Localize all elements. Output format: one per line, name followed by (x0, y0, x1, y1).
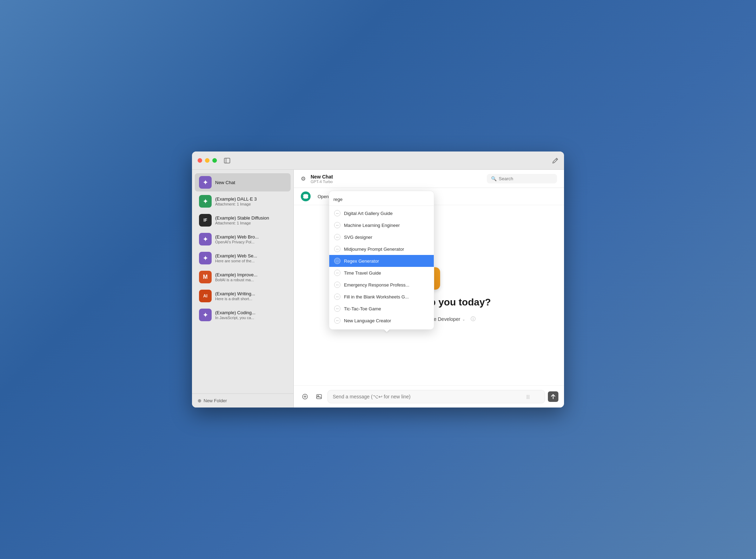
sidebar-item-stable-diffusion[interactable]: IF (Example) Stable Diffusion Attachment… (195, 211, 291, 229)
sidebar-item-text-improve: (Example) Improve... BoltAI is a robust … (215, 272, 286, 282)
app-window: ✦ New Chat ✦ (Example) DALL·E 3 Attachme… (192, 151, 564, 408)
sidebar-item-title-new-chat: New Chat (215, 180, 286, 185)
avatar-web-browse: ✦ (199, 233, 212, 245)
header-search[interactable]: 🔍 (487, 174, 557, 183)
dropdown-item-svg-designer[interactable]: ··· SVG designer (329, 231, 434, 243)
sidebar-item-subtitle-stable-diffusion: Attachment: 1 Image (215, 221, 286, 225)
item-icon-svg-designer: ··· (334, 234, 340, 240)
chat-content: ⚡ How can I help you today? Assistant: 👷… (294, 205, 564, 385)
item-icon-ml-engineer: ··· (334, 222, 340, 228)
sidebar-item-title-web-se: (Example) Web Se... (215, 253, 286, 258)
sidebar-item-text-dalle3: (Example) DALL·E 3 Attachment: 1 Image (215, 196, 286, 206)
avatar-writing: AI (199, 290, 212, 302)
avatar-stable-diffusion: IF (199, 214, 212, 227)
avatar-web-se: ✦ (199, 252, 212, 264)
sidebar: ✦ New Chat ✦ (Example) DALL·E 3 Attachme… (192, 170, 294, 408)
dropdown-item-label-digital-art: Digital Art Gallery Guide (344, 211, 393, 216)
dropdown-item-label-ml-engineer: Machine Learning Engineer (344, 223, 400, 228)
titlebar (192, 151, 564, 170)
info-icon[interactable]: ⓘ (471, 316, 476, 322)
sidebar-item-writing[interactable]: AI (Example) Writing... Here is a draft … (195, 287, 291, 305)
voice-waveform-icon: ||| (526, 394, 530, 399)
sidebar-item-text-new-chat: New Chat (215, 180, 286, 185)
sidebar-item-subtitle-web-browse: OpenAI's Privacy Pol... (215, 240, 286, 244)
dropdown-popup: ··· Digital Art Gallery Guide ··· Machin… (329, 191, 434, 330)
dropdown-item-new-language[interactable]: ··· New Language Creator (329, 315, 434, 326)
dropdown-item-tic-tac-toe[interactable]: ··· Tic-Tac-Toe Game (329, 303, 434, 315)
sidebar-item-subtitle-writing: Here is a draft short... (215, 297, 286, 301)
dropdown-item-label-tic-tac-toe: Tic-Tac-Toe Game (344, 306, 381, 311)
dropdown-item-time-travel[interactable]: ··· Time Travel Guide (329, 267, 434, 279)
minimize-button[interactable] (205, 158, 210, 163)
dropdown-item-ml-engineer[interactable]: ··· Machine Learning Engineer (329, 219, 434, 231)
sidebar-item-subtitle-coding: In JavaScript, you ca... (215, 316, 286, 320)
maximize-button[interactable] (212, 158, 217, 163)
dropdown-item-regex-generator[interactable]: ··· Regex Generator (329, 255, 434, 267)
sidebar-toggle-icon[interactable] (224, 157, 230, 164)
dropdown-search-row (329, 194, 434, 206)
dropdown-item-label-regex-generator: Regex Generator (344, 258, 379, 264)
sidebar-item-dalle3[interactable]: ✦ (Example) DALL·E 3 Attachment: 1 Image (195, 192, 291, 210)
sidebar-item-text-stable-diffusion: (Example) Stable Diffusion Attachment: 1… (215, 215, 286, 225)
avatar-new-chat: ✦ (199, 176, 212, 189)
chat-input-bar: ||| (294, 385, 564, 408)
sidebar-item-text-web-se: (Example) Web Se... Here are some of the… (215, 253, 286, 263)
item-icon-emergency-response: ··· (334, 282, 340, 288)
avatar-coding: ✦ (199, 309, 212, 321)
search-input[interactable] (499, 176, 553, 181)
dropdown-item-digital-art[interactable]: ··· Digital Art Gallery Guide (329, 207, 434, 219)
search-icon: 🔍 (491, 176, 497, 181)
chat-header: ⚙ New Chat GPT-4 Turbo 🔍 (294, 170, 564, 188)
item-icon-midjourney: ··· (334, 246, 340, 252)
message-input[interactable] (327, 390, 545, 403)
add-attachment-button[interactable] (299, 391, 311, 402)
send-button[interactable] (548, 391, 558, 402)
dropdown-item-emergency-response[interactable]: ··· Emergency Response Profess... (329, 279, 434, 291)
titlebar-right (552, 157, 558, 164)
dropdown-overlay: ··· Digital Art Gallery Guide ··· Machin… (329, 191, 434, 332)
sidebar-item-new-chat[interactable]: ✦ New Chat (195, 173, 291, 191)
sidebar-item-web-browse[interactable]: ✦ (Example) Web Bro... OpenAI's Privacy … (195, 230, 291, 248)
sidebar-item-improve[interactable]: M (Example) Improve... BoltAI is a robus… (195, 268, 291, 286)
sidebar-item-web-se[interactable]: ✦ (Example) Web Se... Here are some of t… (195, 249, 291, 267)
titlebar-icons (224, 157, 230, 164)
dropdown-item-label-emergency-response: Emergency Response Profess... (344, 282, 409, 288)
dropdown-item-midjourney[interactable]: ··· Midjourney Prompt Generator (329, 243, 434, 255)
sidebar-footer: ⊕ New Folder (192, 393, 293, 408)
plus-circle-icon: ⊕ (198, 398, 201, 403)
sidebar-item-coding[interactable]: ✦ (Example) Coding... In JavaScript, you… (195, 306, 291, 324)
sidebar-item-text-writing: (Example) Writing... Here is a draft sho… (215, 291, 286, 301)
close-button[interactable] (198, 158, 202, 163)
sidebar-item-title-coding: (Example) Coding... (215, 310, 286, 315)
dropdown-item-label-midjourney: Midjourney Prompt Generator (344, 247, 404, 252)
svg-rect-0 (224, 158, 230, 163)
sidebar-item-subtitle-dalle3: Attachment: 1 Image (215, 202, 286, 206)
dropdown-item-fill-blank[interactable]: ··· Fill in the Blank Worksheets G... (329, 291, 434, 303)
item-icon-fill-blank: ··· (334, 294, 340, 300)
sidebar-item-title-stable-diffusion: (Example) Stable Diffusion (215, 215, 286, 221)
dropdown-search-input[interactable] (333, 196, 430, 203)
item-icon-tic-tac-toe: ··· (334, 305, 340, 312)
avatar-improve: M (199, 271, 212, 283)
sidebar-items: ✦ New Chat ✦ (Example) DALL·E 3 Attachme… (192, 170, 293, 393)
chat-subtitle: GPT-4 Turbo (311, 180, 487, 184)
item-icon-regex-generator: ··· (334, 258, 340, 264)
image-upload-button[interactable] (313, 391, 325, 402)
sidebar-item-text-web-browse: (Example) Web Bro... OpenAI's Privacy Po… (215, 234, 286, 244)
dropdown-item-label-fill-blank: Fill in the Blank Worksheets G... (344, 294, 409, 299)
new-folder-label: New Folder (204, 398, 227, 403)
item-icon-digital-art: ··· (334, 210, 340, 216)
new-folder-button[interactable]: ⊕ New Folder (198, 398, 227, 403)
dropdown-arrow (384, 329, 390, 332)
main-layout: ✦ New Chat ✦ (Example) DALL·E 3 Attachme… (192, 170, 564, 408)
dropdown-item-label-svg-designer: SVG designer (344, 235, 372, 240)
input-wrapper: ||| (327, 390, 545, 403)
settings-sliders-icon[interactable]: ⚙ (301, 175, 306, 182)
sidebar-item-title-dalle3: (Example) DALL·E 3 (215, 196, 286, 202)
chat-title: New Chat (311, 174, 487, 180)
avatar-dalle3: ✦ (199, 195, 212, 208)
compose-icon[interactable] (552, 157, 558, 164)
item-icon-time-travel: ··· (334, 270, 340, 276)
openai-logo (301, 191, 311, 201)
sidebar-item-subtitle-improve: BoltAI is a robust ma... (215, 278, 286, 282)
